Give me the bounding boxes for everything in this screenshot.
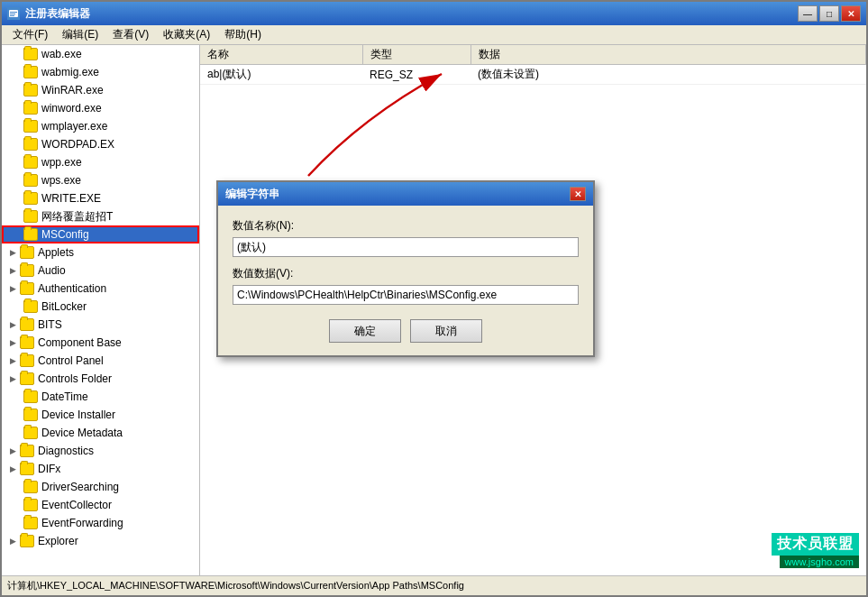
tree-panel[interactable]: wab.exe wabmig.exe WinRAR.exe winword.ex… — [2, 45, 200, 575]
tree-item-audio[interactable]: ▶ Audio — [2, 262, 199, 280]
tree-item-label: wmplayer.exe — [41, 120, 107, 133]
tree-item-label: Component Base — [38, 336, 122, 349]
tree-item-event-forwarding[interactable]: EventForwarding — [2, 514, 199, 532]
dialog-title-text: 编辑字符串 — [225, 187, 279, 202]
tree-item-label: Audio — [38, 264, 66, 277]
tree-item-wpp[interactable]: wpp.exe — [2, 153, 199, 171]
tree-item-label: MSConfig — [41, 228, 89, 241]
expand-icon — [9, 101, 23, 115]
tree-item-bitlocker[interactable]: BitLocker — [2, 298, 199, 316]
folder-icon — [20, 354, 34, 367]
expand-icon: ▶ — [5, 444, 20, 458]
title-bar-controls: — □ ✕ — [798, 5, 861, 22]
table-row[interactable]: ab|(默认) REG_SZ (数值未设置) — [200, 65, 866, 85]
dialog-close-button[interactable]: ✕ — [570, 187, 586, 201]
expand-icon: ▶ — [5, 335, 20, 350]
dialog-ok-button[interactable]: 确定 — [329, 319, 401, 343]
menu-favorites[interactable]: 收藏夹(A) — [156, 25, 217, 44]
menu-help[interactable]: 帮助(H) — [217, 25, 269, 44]
tree-item-difx[interactable]: ▶ DIFx — [2, 460, 199, 478]
tree-item-bits[interactable]: ▶ BITS — [2, 316, 199, 334]
folder-icon — [23, 138, 38, 151]
dialog-cancel-button[interactable]: 取消 — [410, 319, 482, 343]
cell-name: ab|(默认) — [200, 65, 362, 85]
tree-item-label: WORDPAD.EX — [41, 138, 114, 151]
folder-icon — [23, 84, 38, 96]
menu-edit[interactable]: 编辑(E) — [55, 25, 105, 44]
folder-icon — [23, 192, 38, 205]
tree-item-label: Authentication — [38, 282, 106, 295]
folder-icon — [23, 499, 38, 511]
tree-item-device-metadata[interactable]: Device Metadata — [2, 424, 199, 442]
dialog-name-input[interactable] — [233, 237, 579, 257]
close-button[interactable]: ✕ — [841, 5, 861, 22]
folder-icon — [23, 390, 38, 403]
tree-item-network[interactable]: 网络覆盖超招T — [2, 207, 199, 225]
tree-item-winword[interactable]: winword.exe — [2, 99, 199, 117]
tree-item-label: WinRAR.exe — [41, 84, 104, 96]
tree-item-wmplayer[interactable]: wmplayer.exe — [2, 117, 199, 135]
edit-string-dialog[interactable]: 编辑字符串 ✕ 数值名称(N): 数值数据(V): 确定 取消 — [216, 180, 595, 357]
tree-item-label: wab.exe — [41, 48, 82, 60]
expand-icon — [9, 47, 23, 61]
folder-icon — [20, 535, 34, 547]
tree-item-wps[interactable]: wps.exe — [2, 171, 199, 189]
tree-item-component-base[interactable]: ▶ Component Base — [2, 334, 199, 352]
tree-item-applets[interactable]: ▶ Applets — [2, 243, 199, 262]
tree-item-label: DIFx — [38, 463, 60, 475]
expand-icon — [9, 137, 23, 152]
watermark-bottom: www.jsgho.com — [780, 556, 859, 568]
tree-item-wab[interactable]: wab.exe — [2, 45, 199, 63]
folder-icon — [23, 48, 38, 60]
dialog-title-bar: 编辑字符串 ✕ — [218, 182, 593, 206]
col-type[interactable]: 类型 — [362, 45, 471, 65]
menu-bar: 文件(F) 编辑(E) 查看(V) 收藏夹(A) 帮助(H) — [2, 25, 866, 45]
expand-icon: ▶ — [5, 534, 20, 548]
expand-icon: ▶ — [5, 245, 20, 260]
title-bar-title: 注册表编辑器 — [7, 6, 90, 22]
tree-item-label: Controls Folder — [38, 372, 112, 385]
expand-icon: ▶ — [5, 317, 20, 332]
cell-type: REG_SZ — [362, 65, 471, 85]
status-path: 计算机\HKEY_LOCAL_MACHINE\SOFTWARE\Microsof… — [7, 579, 464, 592]
tree-item-label: winword.exe — [41, 102, 102, 115]
tree-item-authentication[interactable]: ▶ Authentication — [2, 280, 199, 298]
expand-icon — [9, 408, 23, 422]
folder-icon — [23, 66, 38, 78]
tree-item-control-panel[interactable]: ▶ Control Panel — [2, 352, 199, 370]
folder-icon — [23, 210, 38, 223]
tree-item-label: Device Installer — [41, 409, 115, 421]
minimize-button[interactable]: — — [798, 5, 818, 22]
folder-icon — [23, 174, 38, 187]
menu-file[interactable]: 文件(F) — [5, 25, 55, 44]
dialog-data-label: 数值数据(V): — [233, 266, 579, 281]
tree-item-write[interactable]: WRITE.EXE — [2, 189, 199, 207]
expand-icon — [9, 227, 23, 242]
folder-icon — [20, 463, 34, 475]
tree-item-driver-searching[interactable]: DriverSearching — [2, 478, 199, 496]
tree-item-msconfig[interactable]: MSConfig — [2, 225, 199, 243]
expand-icon — [9, 209, 23, 224]
tree-item-label: EventCollector — [41, 499, 112, 511]
tree-item-label: wps.exe — [41, 174, 81, 187]
tree-item-winrar[interactable]: WinRAR.exe — [2, 81, 199, 99]
tree-item-device-installer[interactable]: Device Installer — [2, 406, 199, 424]
menu-view[interactable]: 查看(V) — [105, 25, 156, 44]
tree-item-controls-folder[interactable]: ▶ Controls Folder — [2, 370, 199, 388]
tree-item-datetime[interactable]: DateTime — [2, 388, 199, 406]
tree-item-label: BITS — [38, 318, 62, 331]
tree-item-wabmig[interactable]: wabmig.exe — [2, 63, 199, 81]
expand-icon: ▶ — [5, 354, 20, 368]
maximize-button[interactable]: □ — [819, 5, 839, 22]
tree-item-explorer[interactable]: ▶ Explorer — [2, 532, 199, 550]
status-bar: 计算机\HKEY_LOCAL_MACHINE\SOFTWARE\Microsof… — [2, 575, 866, 595]
col-name[interactable]: 名称 — [200, 45, 362, 65]
folder-icon — [23, 156, 38, 169]
dialog-buttons: 确定 取消 — [233, 319, 579, 343]
tree-item-wordpad[interactable]: WORDPAD.EX — [2, 135, 199, 153]
dialog-name-label: 数值名称(N): — [233, 218, 579, 234]
col-data[interactable]: 数据 — [471, 45, 866, 65]
dialog-data-input[interactable] — [233, 285, 579, 305]
tree-item-diagnostics[interactable]: ▶ Diagnostics — [2, 442, 199, 460]
tree-item-event-collector[interactable]: EventCollector — [2, 496, 199, 514]
